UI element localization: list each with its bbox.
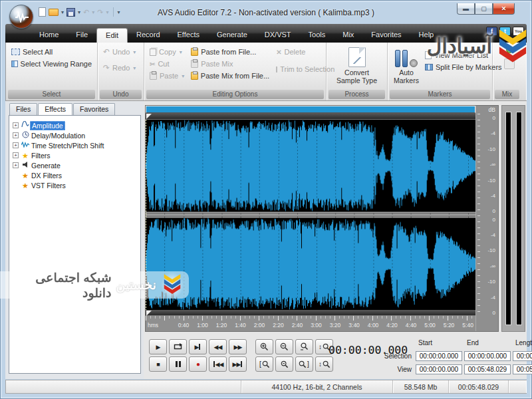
panel-tab-effects[interactable]: Effects: [38, 103, 72, 116]
cut-icon: ✂: [150, 61, 155, 68]
delete-icon: ✕: [276, 49, 281, 56]
stop-button[interactable]: ■: [149, 356, 167, 372]
copy-button[interactable]: Copy▾: [147, 46, 187, 58]
position-marker-icon[interactable]: [146, 311, 152, 316]
cut-button[interactable]: ✂Cut: [147, 58, 187, 70]
tab-dxvst[interactable]: DX/VST: [256, 28, 300, 43]
zoom-out-button[interactable]: [275, 339, 293, 354]
watermark-banner: نخستین شبکه اجتماعی دانلود: [0, 271, 189, 299]
view-start-field[interactable]: [416, 364, 462, 374]
group-select: Select All Select Viewing Range Select: [6, 43, 98, 100]
window-title: AVS Audio Editor 7.2 - Non-activated ver…: [5, 8, 527, 17]
tab-home[interactable]: Home: [31, 28, 67, 43]
selection-start-field[interactable]: [416, 351, 462, 361]
dx-star-icon: ★: [21, 172, 30, 180]
tab-record[interactable]: Record: [128, 28, 168, 43]
expand-icon[interactable]: +: [13, 162, 19, 168]
select-viewing-range-button[interactable]: Select Viewing Range: [9, 58, 94, 70]
loop-icon: [174, 343, 182, 350]
expand-icon[interactable]: +: [13, 132, 19, 138]
wave-area: hms 0:401:001:201:402:002:202:403:003:20…: [144, 101, 527, 379]
tree-item-dx-filters[interactable]: ★ DX Filters: [12, 170, 139, 180]
zoom-vertical-out-button[interactable]: ↕: [315, 356, 333, 372]
tab-favorites[interactable]: Favorites: [362, 28, 410, 43]
tab-generate[interactable]: Generate: [208, 28, 256, 43]
paste-button[interactable]: Paste▾: [147, 70, 187, 82]
loop-button[interactable]: [169, 339, 187, 354]
watermark-logo-top: آسیادال: [427, 29, 528, 63]
db-label: -10: [487, 247, 495, 253]
position-marker-icon[interactable]: [146, 114, 152, 119]
selection-length-field[interactable]: [513, 351, 532, 361]
panel-tab-files[interactable]: Files: [9, 103, 37, 116]
paste-from-file-button[interactable]: Paste from File...: [188, 46, 272, 58]
select-all-button[interactable]: Select All: [9, 46, 94, 58]
left-panel: Files Effects Favorites + Amplitude + De…: [5, 101, 142, 379]
tab-tools[interactable]: Tools: [300, 28, 334, 43]
tab-mix[interactable]: Mix: [334, 28, 362, 43]
db-scale-channel-2: 0-4-10-∞-10-40: [476, 215, 498, 317]
position-bar-top[interactable]: [146, 113, 475, 120]
split-file-by-markers-button[interactable]: Split File by Markers: [425, 63, 502, 71]
sine-icon: [21, 121, 30, 130]
resize-grip[interactable]: [509, 380, 526, 393]
main-area: Files Effects Favorites + Amplitude + De…: [5, 101, 527, 379]
go-to-start-button[interactable]: ◀◀: [209, 356, 227, 372]
view-length-field[interactable]: [513, 364, 532, 374]
close-button[interactable]: ✕: [493, 3, 515, 15]
app-menu-orb[interactable]: [9, 5, 33, 29]
timeline-ruler[interactable]: hms 0:401:001:201:402:002:202:403:003:20…: [146, 316, 475, 331]
zoom-selection-button[interactable]: [275, 356, 293, 372]
level-meters: [501, 105, 525, 332]
zoom-in-button[interactable]: [255, 339, 273, 354]
tab-edit[interactable]: Edit: [96, 28, 128, 43]
zoom-selection-start-button[interactable]: [: [255, 356, 273, 372]
tree-item-time-stretch[interactable]: + Time Stretch/Pitch Shift: [12, 140, 139, 150]
convert-sample-type-button[interactable]: Convert Sample Type: [329, 46, 384, 86]
asiadl-chevron-logo-icon: [497, 29, 528, 63]
maximize-button[interactable]: ▢: [475, 3, 493, 15]
zoom-selection-icon: [281, 360, 289, 368]
tree-item-vst-filters[interactable]: ★ VST Filters: [12, 180, 139, 190]
tab-file[interactable]: File: [67, 28, 96, 43]
tab-effects[interactable]: Effects: [169, 28, 208, 43]
expand-icon[interactable]: +: [13, 122, 19, 128]
forward-button[interactable]: ▶▶: [229, 339, 247, 354]
group-label-process: Process: [329, 90, 385, 99]
redo-button[interactable]: ↷Redo▾: [100, 62, 141, 74]
record-button[interactable]: ●: [189, 356, 207, 372]
paste-mix-button[interactable]: Paste Mix: [188, 58, 272, 70]
pause-button[interactable]: [169, 356, 187, 372]
play-file-button[interactable]: ▶: [189, 339, 207, 354]
selection-end-field[interactable]: [464, 351, 511, 361]
group-editing-options: Copy▾ ✂Cut Paste▾ Paste from File... Pas…: [144, 43, 327, 100]
waveform-canvas[interactable]: [146, 120, 475, 310]
tree-item-amplitude[interactable]: + Amplitude: [12, 120, 139, 130]
expand-icon[interactable]: +: [13, 142, 19, 148]
overview-navigator[interactable]: [146, 106, 475, 113]
db-ticks: [477, 114, 480, 215]
tree-item-generate[interactable]: + Generate: [12, 160, 139, 170]
group-label-markers: Markers: [390, 90, 490, 99]
rewind-button[interactable]: ◀◀: [209, 339, 227, 354]
tree-item-filters[interactable]: + ★ Filters: [12, 150, 139, 160]
play-button[interactable]: ▶: [149, 339, 167, 354]
trim-to-selection-button[interactable]: Trim to Selection: [273, 63, 325, 75]
delete-button[interactable]: ✕Delete: [273, 46, 325, 58]
panel-tab-favorites[interactable]: Favorites: [73, 103, 115, 116]
zoom-full-button[interactable]: [295, 339, 313, 354]
go-to-end-button[interactable]: ▶▶: [229, 356, 247, 372]
expand-icon[interactable]: +: [13, 152, 19, 158]
minimize-button[interactable]: ▬: [457, 3, 475, 15]
view-end-field[interactable]: [464, 364, 511, 374]
position-bar-bottom[interactable]: [146, 310, 475, 316]
tree-item-delay-modulation[interactable]: + Delay/Modulation: [12, 130, 139, 140]
auto-markers-button[interactable]: Auto Markers: [390, 46, 422, 87]
timeline-label: 5:00: [424, 322, 436, 329]
undo-button[interactable]: ↶Undo▾: [100, 46, 141, 58]
trim-icon: [276, 66, 277, 72]
bracket-left-icon: [: [259, 360, 261, 368]
sound-wave-icon: [15, 12, 29, 23]
zoom-selection-end-button[interactable]: ]: [295, 356, 313, 372]
paste-mix-from-file-button[interactable]: Paste Mix from File...: [188, 70, 272, 82]
